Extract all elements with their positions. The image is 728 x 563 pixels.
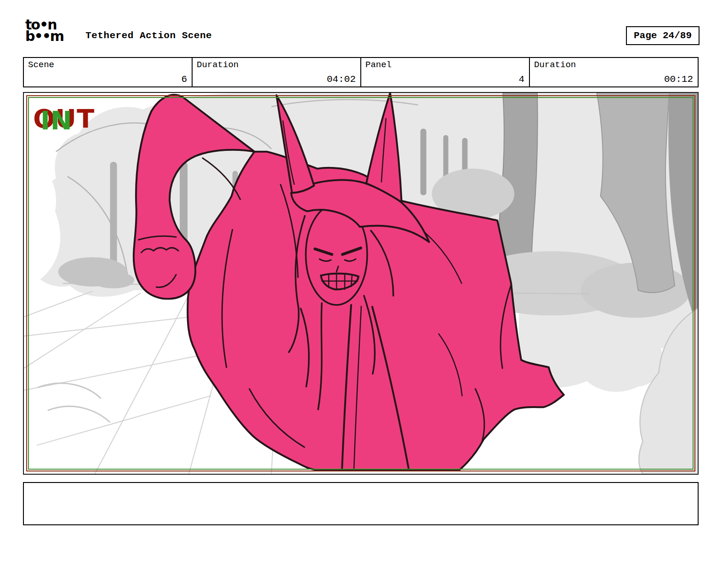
logo-line-2: b••m [25, 31, 63, 42]
storyboard-page: { "header": { "logo": { "line1": "to•n",… [0, 0, 728, 563]
scene-duration-cell: Duration 04:02 [192, 58, 360, 86]
page-number-badge: Page 24/89 [626, 26, 700, 45]
panel-duration-value: 00:12 [664, 74, 693, 85]
panel-label: Panel [365, 60, 392, 70]
toonboom-logo: to•n b••m [25, 19, 63, 42]
caption-box [23, 482, 699, 525]
scene-duration-value: 04:02 [327, 74, 356, 85]
scene-duration-label: Duration [197, 60, 239, 70]
panel-duration-cell: Duration 00:12 [529, 58, 698, 86]
storyboard-panel: OUT IN [23, 92, 699, 475]
scene-value: 6 [181, 74, 187, 85]
scene-label: Scene [28, 60, 54, 70]
camera-in-marker: IN [40, 108, 73, 133]
scene-info-bar: Scene 6 Duration 04:02 Panel 4 Duration … [23, 57, 699, 87]
scene-cell: Scene 6 [24, 58, 192, 86]
panel-value: 4 [518, 74, 524, 85]
panel-cell: Panel 4 [360, 58, 529, 86]
project-title: Tethered Action Scene [85, 30, 212, 41]
storyboard-panel-drawing [24, 93, 698, 474]
panel-duration-label: Duration [534, 60, 576, 70]
